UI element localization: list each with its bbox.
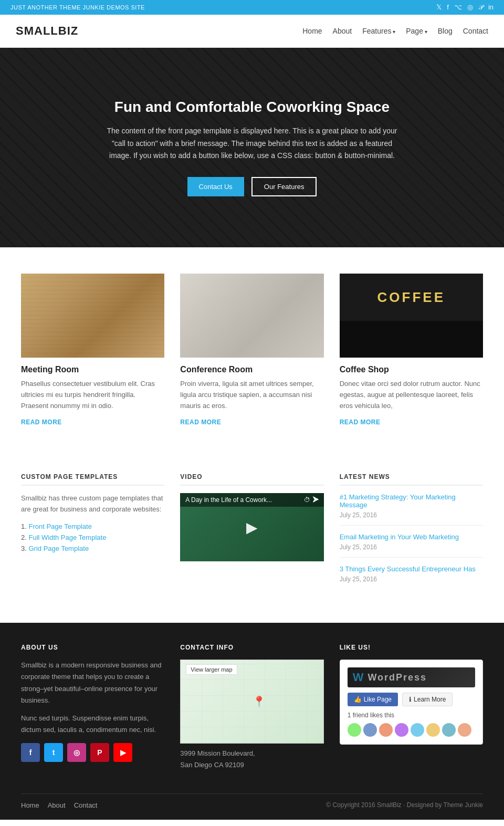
avatar-8 <box>458 723 471 737</box>
news-col: Latest News #1 Marketing Strategy: Your … <box>340 473 483 597</box>
instagram-icon-top[interactable]: ◎ <box>467 3 473 12</box>
footer-bottom: Home About Contact © Copyright 2016 Smal… <box>21 793 483 809</box>
footer-about-text2: Nunc sed turpis. Suspendisse enim turpis… <box>21 713 164 736</box>
card-text-conference: Proin viverra, ligula sit amet ultrices … <box>180 379 323 411</box>
card-title-conference: Conference Room <box>180 365 323 374</box>
nav-page[interactable]: Page <box>406 27 427 35</box>
avatar-1 <box>348 723 361 737</box>
read-more-conference[interactable]: READ MORE <box>180 419 221 426</box>
full-width-template-link[interactable]: Full Width Page Template <box>28 534 106 541</box>
main-nav: Home About Features Page Blog Contact <box>302 27 488 35</box>
templates-col: Custom Page Templates Smallbiz has three… <box>21 473 164 597</box>
twitter-icon-top[interactable]: 𝕏 <box>436 3 442 12</box>
footer-about-title: About Us <box>21 644 164 651</box>
video-col: Video A Day in the Life of a Cowork... ⏱… <box>180 473 323 597</box>
card-image-conference <box>180 274 323 358</box>
our-features-button[interactable]: Our Features <box>251 177 317 196</box>
wp-banner: W WordPress <box>348 667 475 687</box>
cards-grid: Meeting Room Phasellus consectetuer vest… <box>21 274 483 426</box>
footer-nav-about[interactable]: About <box>48 801 66 809</box>
news-item-2: Email Marketing in Your Web Marketing Ju… <box>340 533 483 558</box>
list-item: 2. Full Width Page Template <box>21 534 164 541</box>
footer-about-col: About Us Smallbiz is a modern responsive… <box>21 644 164 777</box>
hero-buttons: Contact Us Our Features <box>100 177 404 196</box>
read-more-meeting[interactable]: READ MORE <box>21 419 62 426</box>
video-label: A Day in the Life of a Cowork... <box>185 496 272 504</box>
avatar-row <box>348 723 475 737</box>
twitter-icon[interactable]: t <box>44 743 63 762</box>
hero-text: The content of the front page template i… <box>100 125 404 162</box>
footer-nav-home[interactable]: Home <box>21 801 39 809</box>
linkedin-icon-top[interactable]: in <box>488 3 494 12</box>
nav-blog[interactable]: Blog <box>438 27 453 35</box>
card-coffee: Coffee Shop Donec vitae orci sed dolor r… <box>340 274 483 426</box>
like-box: W WordPress 👍 Like Page ℹ Learn More 1 f… <box>340 660 483 745</box>
template-list: 1. Front Page Template 2. Full Width Pag… <box>21 522 164 552</box>
wp-logo-circle: W <box>353 671 364 684</box>
templates-title: Custom Page Templates <box>21 473 164 486</box>
card-title-coffee: Coffee Shop <box>340 365 483 374</box>
footer: About Us Smallbiz is a modern responsive… <box>0 623 504 819</box>
top-bar: Just Another Theme Junkie Demos Site 𝕏 f… <box>0 0 504 15</box>
avatar-7 <box>442 723 456 737</box>
info-icon: ℹ <box>409 696 412 703</box>
avatar-6 <box>426 723 440 737</box>
hero-section: Fun and Comfortable Coworking Space The … <box>0 48 504 247</box>
list-item: 3. Grid Page Template <box>21 545 164 552</box>
news-date-1: July 25, 2016 <box>340 511 377 519</box>
header: SMALLBIZ Home About Features Page Blog C… <box>0 15 504 48</box>
pinterest-icon-top[interactable]: 𝒫 <box>478 3 483 12</box>
hero-title: Fun and Comfortable Coworking Space <box>100 99 404 116</box>
footer-bottom-nav: Home About Contact <box>21 801 97 809</box>
footer-grid: About Us Smallbiz is a modern responsive… <box>21 644 483 777</box>
nav-contact[interactable]: Contact <box>463 27 488 35</box>
news-link-2[interactable]: Email Marketing in Your Web Marketing <box>340 533 483 541</box>
card-text-coffee: Donec vitae orci sed dolor rutrum auctor… <box>340 379 483 411</box>
read-more-coffee[interactable]: READ MORE <box>340 419 381 426</box>
card-image-coffee <box>340 274 483 358</box>
news-link-1[interactable]: #1 Marketing Strategy: Your Marketing Me… <box>340 493 483 509</box>
grid-template-link[interactable]: Grid Page Template <box>28 545 89 552</box>
learn-more-button[interactable]: ℹ Learn More <box>402 693 453 706</box>
footer-nav-contact[interactable]: Contact <box>74 801 98 809</box>
github-icon-top[interactable]: ⌥ <box>454 3 462 12</box>
nav-home[interactable]: Home <box>302 27 322 35</box>
cards-section: Meeting Room Phasellus consectetuer vest… <box>0 247 504 452</box>
news-link-3[interactable]: 3 Things Every Successful Entrepreneur H… <box>340 565 483 573</box>
thumbs-up-icon: 👍 <box>354 696 362 703</box>
nav-about[interactable]: About <box>333 27 352 35</box>
pinterest-icon[interactable]: P <box>90 743 109 762</box>
video-thumbnail[interactable]: A Day in the Life of a Cowork... ⏱ ➤ <box>180 493 323 561</box>
front-page-template-link[interactable]: Front Page Template <box>28 522 91 530</box>
card-image-meeting <box>21 274 164 358</box>
card-text-meeting: Phasellus consectetuer vestibulum elit. … <box>21 379 164 411</box>
news-item-1: #1 Marketing Strategy: Your Marketing Me… <box>340 493 483 526</box>
footer-contact-title: Contact Info <box>180 644 323 651</box>
avatar-2 <box>363 723 377 737</box>
templates-description: Smallbiz has three custom page templates… <box>21 493 164 515</box>
contact-us-button[interactable]: Contact Us <box>187 177 244 196</box>
map-pin: 📍 <box>253 695 266 708</box>
facebook-icon[interactable]: f <box>21 743 40 762</box>
site-logo[interactable]: SMALLBIZ <box>16 24 78 38</box>
instagram-icon[interactable]: ◎ <box>67 743 86 762</box>
video-controls-icon: ⏱ ➤ <box>304 496 318 504</box>
youtube-icon[interactable]: ▶ <box>113 743 132 762</box>
footer-contact-col: Contact Info View larger map 📍 3999 Miss… <box>180 644 323 777</box>
footer-copyright: © Copyright 2016 SmallBiz · Designed by … <box>326 801 483 809</box>
news-title: Latest News <box>340 473 483 486</box>
map-view-larger[interactable]: View larger map <box>186 664 237 675</box>
social-icons-top: 𝕏 f ⌥ ◎ 𝒫 in <box>436 3 494 12</box>
news-date-2: July 25, 2016 <box>340 543 377 551</box>
top-bar-tagline: Just Another Theme Junkie Demos Site <box>10 4 145 11</box>
footer-address: 3999 Mission Boulevard, San Diego CA 921… <box>180 748 323 771</box>
map-box[interactable]: View larger map 📍 <box>180 660 323 744</box>
news-item-3: 3 Things Every Successful Entrepreneur H… <box>340 565 483 589</box>
news-date-3: July 25, 2016 <box>340 576 377 583</box>
like-page-button[interactable]: 👍 Like Page <box>348 693 398 706</box>
wp-banner-text: WordPress <box>368 672 427 683</box>
nav-features[interactable]: Features <box>362 27 395 35</box>
avatar-5 <box>411 723 424 737</box>
likes-count: 1 friend likes this <box>348 712 475 719</box>
facebook-icon-top[interactable]: f <box>447 3 449 12</box>
